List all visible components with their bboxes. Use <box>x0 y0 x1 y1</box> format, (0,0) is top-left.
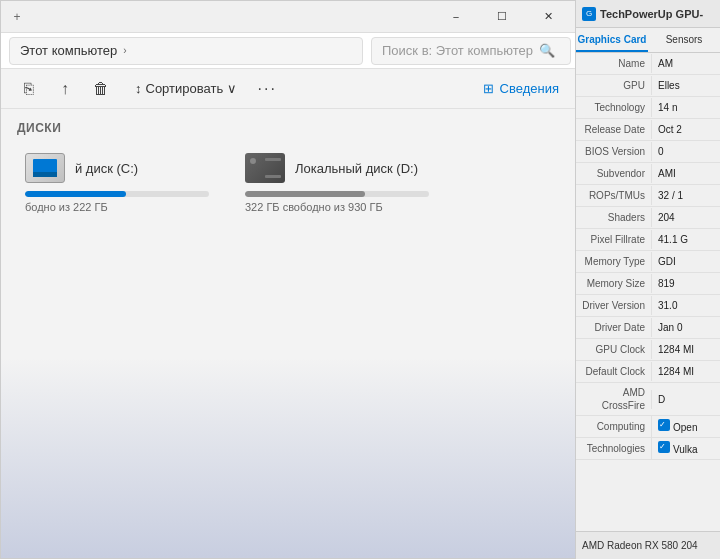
gpu-row: NameAM <box>576 53 720 75</box>
gpu-row-label: Technologies <box>576 439 651 458</box>
details-icon: ⊞ <box>483 81 494 96</box>
gpu-row-label: Memory Type <box>576 252 651 271</box>
close-button[interactable]: ✕ <box>525 1 571 33</box>
gpu-row-label: Driver Date <box>576 318 651 337</box>
gpu-row-label: Pixel Fillrate <box>576 230 651 249</box>
title-bar: + − ☐ ✕ <box>1 1 579 33</box>
section-label: диски <box>17 121 563 135</box>
checkbox-icon <box>658 419 670 431</box>
delete-button[interactable]: 🗑 <box>85 73 117 105</box>
gpu-row: Memory TypeGDI <box>576 251 720 273</box>
details-button[interactable]: ⊞ Сведения <box>475 77 567 100</box>
gpu-row-value: GDI <box>651 252 720 271</box>
gpu-rows: NameAMGPUEllesTechnology14 nRelease Date… <box>576 53 720 531</box>
gpu-row: Pixel Fillrate41.1 G <box>576 229 720 251</box>
drive-d-label: Локальный диск (D:) <box>295 161 418 176</box>
gpu-row-value: Elles <box>651 76 720 95</box>
gpu-row-label: Computing <box>576 417 651 436</box>
drive-d-item[interactable]: Локальный диск (D:) 322 ГБ свободно из 9… <box>237 145 437 221</box>
gpu-row-label: Default Clock <box>576 362 651 381</box>
share-button[interactable]: ↑ <box>49 73 81 105</box>
gpu-row: BIOS Version0 <box>576 141 720 163</box>
gpu-row: Release DateOct 2 <box>576 119 720 141</box>
gpu-row-label: GPU Clock <box>576 340 651 359</box>
gpu-row-value: 1284 MI <box>651 340 720 359</box>
gpu-row: ComputingOpen <box>576 416 720 438</box>
drive-c-info: бодно из 222 ГБ <box>25 201 209 213</box>
drive-d-progress-bar <box>245 191 429 197</box>
gpu-row: Driver Version31.0 <box>576 295 720 317</box>
gpu-row: Driver DateJan 0 <box>576 317 720 339</box>
drive-c-header: й диск (C:) <box>25 153 209 183</box>
window-controls: − ☐ ✕ <box>433 1 571 33</box>
gpu-title: TechPowerUp GPU- <box>600 8 703 20</box>
sort-chevron-icon: ∨ <box>227 81 237 96</box>
more-button[interactable]: ··· <box>251 73 283 105</box>
gpu-row: Technology14 n <box>576 97 720 119</box>
search-box[interactable]: Поиск в: Этот компьютер 🔍 <box>371 37 571 65</box>
gpu-row: AMD CrossFireD <box>576 383 720 416</box>
gpu-row-label: Driver Version <box>576 296 651 315</box>
gpu-panel: G TechPowerUp GPU- Graphics Card Sensors… <box>575 0 720 559</box>
search-icon: 🔍 <box>539 43 555 58</box>
search-placeholder: Поиск в: Этот компьютер <box>382 43 533 58</box>
window-icon: + <box>9 9 25 25</box>
address-path[interactable]: Этот компьютер › <box>9 37 363 65</box>
gpu-title-bar: G TechPowerUp GPU- <box>576 0 720 28</box>
share-icon: ↑ <box>61 80 69 98</box>
toolbar: ⎘ ↑ 🗑 ↕ Сортировать ∨ ··· ⊞ Сведения <box>1 69 579 109</box>
gpu-row-label: AMD CrossFire <box>576 383 651 415</box>
drive-c-icon <box>25 153 65 183</box>
gpu-row: GPUElles <box>576 75 720 97</box>
gpu-row: Default Clock1284 MI <box>576 361 720 383</box>
drive-d-header: Локальный диск (D:) <box>245 153 429 183</box>
gpu-row-value: 32 / 1 <box>651 186 720 205</box>
drives-grid: й диск (C:) бодно из 222 ГБ Локальный ди… <box>17 145 563 221</box>
gpu-row-value: 31.0 <box>651 296 720 315</box>
more-icon: ··· <box>258 80 277 98</box>
address-path-text: Этот компьютер <box>20 43 117 58</box>
gpu-row: ROPs/TMUs32 / 1 <box>576 185 720 207</box>
drive-c-progress-bar <box>25 191 209 197</box>
tab-sensors[interactable]: Sensors <box>648 28 720 52</box>
sort-icon: ↕ <box>135 81 142 96</box>
trash-icon: 🗑 <box>93 80 109 98</box>
gpu-row-label: Memory Size <box>576 274 651 293</box>
gpu-row-value: 0 <box>651 142 720 161</box>
tab-graphics-card[interactable]: Graphics Card <box>576 28 648 52</box>
gpu-model-label: AMD Radeon RX 580 204 <box>582 540 698 551</box>
gpu-row-value: 14 n <box>651 98 720 117</box>
copy-button[interactable]: ⎘ <box>13 73 45 105</box>
drive-c-label: й диск (C:) <box>75 161 138 176</box>
gpu-row: Memory Size819 <box>576 273 720 295</box>
maximize-button[interactable]: ☐ <box>479 1 525 33</box>
gpu-row: GPU Clock1284 MI <box>576 339 720 361</box>
gpu-row-value: 41.1 G <box>651 230 720 249</box>
minimize-button[interactable]: − <box>433 1 479 33</box>
gpu-row-value: Jan 0 <box>651 318 720 337</box>
gpu-row: TechnologiesVulka <box>576 438 720 460</box>
gpu-row-value: Vulka <box>651 438 720 459</box>
gpu-row-value: 204 <box>651 208 720 227</box>
gpu-row-value: Open <box>651 416 720 437</box>
content-area: диски й диск (C:) бодно из 222 ГБ <box>1 109 579 558</box>
gpu-row-label: ROPs/TMUs <box>576 186 651 205</box>
gpu-tabs: Graphics Card Sensors <box>576 28 720 53</box>
drive-c-progress-fill <box>25 191 126 197</box>
sort-button[interactable]: ↕ Сортировать ∨ <box>125 77 247 100</box>
copy-icon: ⎘ <box>24 80 34 98</box>
drive-d-icon <box>245 153 285 183</box>
gpu-row-value: Oct 2 <box>651 120 720 139</box>
drive-c-item[interactable]: й диск (C:) бодно из 222 ГБ <box>17 145 217 221</box>
gpu-row-value: 1284 MI <box>651 362 720 381</box>
details-label: Сведения <box>500 81 559 96</box>
address-chevron-icon: › <box>123 45 126 56</box>
gpu-row: SubvendorAMI <box>576 163 720 185</box>
sort-label: Сортировать <box>146 81 224 96</box>
gpu-row-label: BIOS Version <box>576 142 651 161</box>
gpu-row-label: Name <box>576 54 651 73</box>
gpu-row-value: AMI <box>651 164 720 183</box>
drive-d-progress-fill <box>245 191 365 197</box>
gpu-footer: AMD Radeon RX 580 204 <box>576 531 720 559</box>
gpu-row-label: Shaders <box>576 208 651 227</box>
